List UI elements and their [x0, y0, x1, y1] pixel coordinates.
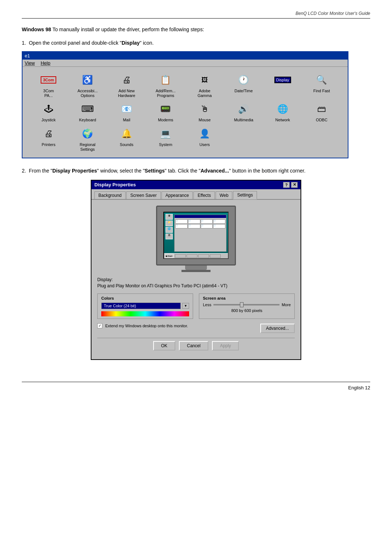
datetime-icon: 🕐 [236, 73, 251, 87]
dp-display-info: Display: Plug and Play Monitor on ATI Gr… [97, 277, 295, 289]
tab-appearance[interactable]: Appearance [162, 191, 193, 199]
step-1-header: 1. Open the control panel and double-cli… [22, 39, 370, 47]
dp-colors-box: Colors True Color (24 bit) ▼ [97, 293, 193, 319]
cp-icon-label-mouse: Mouse [199, 118, 211, 122]
cp-icon-label-adobe: AdobeGamma [197, 89, 212, 98]
3com-icon: 3Com [41, 73, 56, 87]
dp-cancel-button[interactable]: Cancel [179, 341, 208, 351]
dp-help-button[interactable]: ? [283, 182, 290, 188]
dp-extend-checkbox[interactable]: ✓ [97, 323, 102, 328]
cp-icon-accessibility[interactable]: ♿ Accessibi...Options [69, 73, 107, 98]
cp-menu-help[interactable]: Help [41, 60, 50, 66]
cp-icon-label-modems: Modems [158, 118, 173, 122]
dp-color-bar [101, 311, 189, 316]
tab-background[interactable]: Background [94, 191, 126, 199]
dp-resolution-text: 800 by 600 pixels [203, 308, 291, 313]
cp-icon-3com[interactable]: 3Com 3ComPA... [30, 73, 68, 98]
cp-icon-regional[interactable]: 🌍 RegionalSettings [69, 126, 107, 152]
cp-icon-label-datetime: Date/Time [234, 89, 253, 93]
cp-icon-label-addremove: Add/Rem...Programs [156, 89, 176, 98]
cp-icon-label-regional: RegionalSettings [80, 142, 95, 152]
monitor-screen-inner: 🖥 📁 🌐 🖹 📄 📄 [164, 212, 228, 258]
dp-tabs: Background Screen Saver Appearance Effec… [91, 189, 301, 200]
mail-icon: 📧 [119, 102, 134, 116]
dp-title: Display Properties [94, 182, 136, 187]
dp-checkbox-advanced-row: ✓ Extend my Windows desktop onto this mo… [97, 323, 295, 333]
tab-web[interactable]: Web [216, 191, 232, 199]
cp-icon-keyboard[interactable]: ⌨ Keyboard [69, 102, 107, 122]
cp-icon-mouse[interactable]: 🖱 Mouse [186, 102, 224, 122]
cp-icon-label-accessibility: Accessibi...Options [77, 89, 98, 98]
cp-icon-label-mail: Mail [123, 118, 130, 122]
cp-menu-bar: View Help [23, 60, 348, 67]
intro-bold: Windows 98 [22, 27, 51, 32]
cp-icon-system[interactable]: 💻 System [147, 126, 185, 152]
cp-icon-label-system: System [159, 142, 172, 147]
cp-menu-view[interactable]: View [25, 60, 35, 66]
monitor-base [181, 270, 211, 272]
cp-icon-label-joystick: Joystick [41, 118, 56, 122]
dp-slider[interactable] [213, 304, 279, 305]
display-highlight: Display [274, 77, 291, 83]
monitor-stand [185, 266, 207, 270]
page-header: BenQ LCD Color Monitor User's Guide [22, 11, 370, 19]
cp-icon-findfast[interactable]: 🔍 Find Fast [303, 73, 341, 98]
dp-title-buttons: ? ✕ [283, 182, 298, 188]
dp-color-select-value[interactable]: True Color (24 bit) [101, 303, 181, 309]
dp-checkbox-row: ✓ Extend my Windows desktop onto this mo… [97, 323, 188, 328]
adobe-gamma-icon: 🖼 [197, 73, 212, 87]
step-1: 1. Open the control panel and double-cli… [22, 39, 370, 158]
cp-icon-add-remove[interactable]: 📋 Add/Rem...Programs [147, 73, 185, 98]
tab-screensaver[interactable]: Screen Saver [126, 191, 161, 199]
footer-text: English 12 [348, 385, 370, 390]
dp-buttons: OK Cancel Apply [97, 338, 295, 353]
cp-icon-adobe-gamma[interactable]: 🖼 AdobeGamma [186, 73, 224, 98]
dp-screen-label: Screen area [203, 296, 291, 300]
dp-screen-area-box: Screen area Less More 800 by 600 pixels [199, 293, 295, 319]
cp-icon-label-display [282, 89, 283, 93]
step2-bold1: Display Properties [52, 168, 97, 174]
cp-icon-network[interactable]: 🌐 Network [264, 102, 302, 122]
cp-icon-datetime[interactable]: 🕐 Date/Time [225, 73, 263, 98]
cp-icon-mail[interactable]: 📧 Mail [108, 102, 146, 122]
page-container: BenQ LCD Color Monitor User's Guide Wind… [0, 0, 392, 555]
monitor-body: 🖥 📁 🌐 🖹 📄 📄 [156, 206, 236, 266]
cp-icon-add-hardware[interactable]: 🖨 Add NewHardware [108, 73, 146, 98]
modems-icon: 📟 [158, 102, 173, 116]
cp-icon-sounds[interactable]: 🔔 Sounds [108, 126, 146, 152]
dp-close-button[interactable]: ✕ [291, 182, 298, 188]
cp-icon-label-sounds: Sounds [120, 142, 133, 147]
findfast-icon: 🔍 [314, 73, 329, 87]
cp-icon-joystick[interactable]: 🕹 Joystick [30, 102, 68, 122]
tab-settings[interactable]: Settings [233, 191, 257, 199]
printers-icon: 🖨 [41, 126, 56, 141]
cp-icon-odbc[interactable]: 🗃 ODBC [303, 102, 341, 122]
dp-bottom-section: Colors True Color (24 bit) ▼ Screen area… [97, 293, 295, 319]
cp-icon-printers[interactable]: 🖨 Printers [30, 126, 68, 152]
step-2: 2. From the "Display Properties" window,… [22, 167, 370, 360]
cp-icon-multimedia[interactable]: 🔊 Multimedia [225, 102, 263, 122]
add-hardware-icon: 🖨 [119, 73, 134, 87]
dp-slider-row: Less More [203, 303, 291, 307]
dp-advanced-button[interactable]: Advanced... [260, 324, 295, 333]
fake-taskbar: ▶Start [164, 253, 228, 258]
dp-display-label: Display: [97, 277, 113, 282]
cp-icon-label-findfast: Find Fast [313, 89, 330, 93]
cp-icon-modems[interactable]: 📟 Modems [147, 102, 185, 122]
dp-ok-button[interactable]: OK [153, 341, 175, 351]
cp-icon-display[interactable]: Display [264, 73, 302, 98]
cp-title: e1 [25, 53, 30, 58]
fake-start-btn: ▶Start [165, 254, 173, 258]
tab-effects[interactable]: Effects [193, 191, 215, 199]
dp-content: 🖥 📁 🌐 🖹 📄 📄 [91, 200, 301, 359]
dp-display-value: Plug and Play Monitor on ATI Graphics Pr… [97, 283, 228, 288]
cp-icon-label-users: Users [199, 142, 210, 147]
dp-color-select[interactable]: True Color (24 bit) ▼ [101, 303, 189, 309]
dp-color-select-arrow[interactable]: ▼ [182, 303, 189, 309]
intro-text: Windows 98 To manually install or update… [22, 26, 370, 33]
step-2-desc: 2. From the "Display Properties" window,… [22, 167, 370, 175]
cp-icon-users[interactable]: 👤 Users [186, 126, 224, 152]
dp-apply-button[interactable]: Apply [212, 341, 239, 351]
cp-icon-label-keyboard: Keyboard [79, 118, 96, 122]
dp-title-bar: Display Properties ? ✕ [91, 181, 301, 189]
